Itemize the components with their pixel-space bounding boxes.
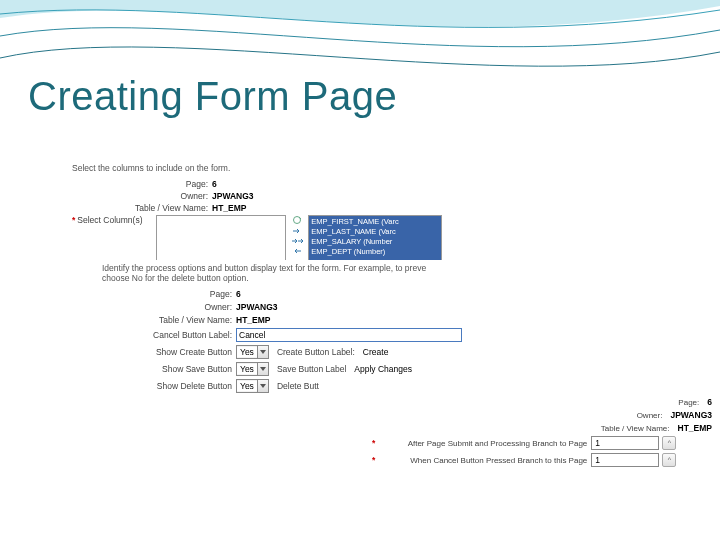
panel-branching: Page: 6 Owner: JPWANG3 Table / View Name…: [372, 394, 712, 470]
cancel-branch-input[interactable]: 1: [591, 453, 659, 467]
owner-label: Owner:: [102, 302, 236, 312]
table-label: Table / View Name:: [601, 424, 674, 433]
table-value: HT_EMP: [236, 315, 270, 325]
table-value: HT_EMP: [212, 203, 246, 213]
cancel-button-label-label: Cancel Button Label:: [102, 330, 236, 340]
panel-process-options: Identify the process options and button …: [102, 260, 572, 396]
show-delete-label: Show Delete Button: [102, 381, 236, 391]
slide-title: Creating Form Page: [28, 74, 397, 119]
instruction-text: Select the columns to include on the for…: [72, 163, 672, 173]
page-value: 6: [236, 289, 241, 299]
owner-label: Owner:: [637, 411, 667, 420]
column-item[interactable]: EMP_DEPT (Number): [311, 247, 439, 257]
shuttle-move-left-icon[interactable]: [290, 247, 304, 255]
shuttle-controls: [286, 215, 308, 255]
delete-button-label-label: Delete Butt: [277, 381, 323, 391]
show-save-select[interactable]: Yes: [236, 362, 269, 376]
after-submit-branch-label: After Page Submit and Processing Branch …: [377, 439, 591, 448]
table-label: Table / View Name:: [102, 315, 236, 325]
owner-value: JPWANG3: [670, 410, 712, 420]
instruction-text: Identify the process options and button …: [102, 263, 572, 273]
after-submit-branch-input[interactable]: 1: [591, 436, 659, 450]
owner-value: JPWANG3: [212, 191, 254, 201]
popup-lov-icon[interactable]: [662, 436, 676, 450]
table-label: Table / View Name:: [106, 203, 212, 213]
column-item[interactable]: EMP_SALARY (Number: [311, 237, 439, 247]
column-item[interactable]: EMP_LAST_NAME (Varc: [311, 227, 439, 237]
page-value: 6: [707, 397, 712, 407]
column-item[interactable]: EMP_FIRST_NAME (Varc: [311, 217, 439, 227]
cancel-button-label-input[interactable]: Cancel: [236, 328, 462, 342]
table-value: HT_EMP: [678, 423, 712, 433]
panel-select-columns: Select the columns to include on the for…: [72, 160, 672, 275]
popup-lov-icon[interactable]: [662, 453, 676, 467]
show-create-label: Show Create Button: [102, 347, 236, 357]
chevron-down-icon: [257, 380, 268, 392]
create-button-label-label: Create Button Label:: [277, 347, 359, 357]
owner-label: Owner:: [148, 191, 212, 201]
save-button-label-label: Save Button Label: [277, 364, 350, 374]
chevron-down-icon: [257, 363, 268, 375]
shuttle-move-right-icon[interactable]: [290, 227, 304, 235]
show-create-select[interactable]: Yes: [236, 345, 269, 359]
select-columns-label: Select Column(s): [77, 215, 156, 225]
page-label: Page:: [148, 179, 212, 189]
instruction-text: choose No for the delete button option.: [102, 273, 572, 283]
show-delete-select[interactable]: Yes: [236, 379, 269, 393]
save-button-label-value: Apply Changes: [354, 364, 412, 374]
shuttle-move-all-right-icon[interactable]: [290, 237, 304, 245]
shuttle-reset-icon[interactable]: [290, 215, 304, 225]
page-value: 6: [212, 179, 217, 189]
show-save-label: Show Save Button: [102, 364, 236, 374]
page-label: Page:: [678, 398, 703, 407]
owner-value: JPWANG3: [236, 302, 278, 312]
chevron-down-icon: [257, 346, 268, 358]
cancel-branch-label: When Cancel Button Pressed Branch to thi…: [377, 456, 591, 465]
create-button-label-value: Create: [363, 347, 389, 357]
page-label: Page:: [102, 289, 236, 299]
